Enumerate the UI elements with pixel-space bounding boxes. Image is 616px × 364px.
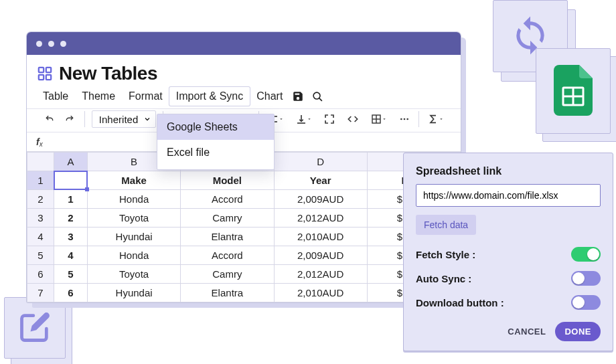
cell[interactable]: Hyundai [88, 227, 181, 246]
done-button[interactable]: DONE [555, 322, 601, 341]
spreadsheet[interactable]: A B C D E 1MakeModelYearPrice21HondaAcco… [27, 151, 461, 302]
toggle-fetch-style[interactable] [571, 247, 601, 262]
svg-point-18 [406, 118, 408, 120]
cell[interactable]: 5 [54, 265, 88, 284]
table-row: 54HondaAccord2,009AUD$12000 [27, 246, 461, 265]
row-header[interactable]: 4 [27, 227, 54, 246]
option-label: Download button : [416, 297, 504, 308]
window-control-dot[interactable] [60, 41, 66, 47]
dropdown-item-excel-file[interactable]: Excel file [157, 140, 274, 165]
table-row: 32ToyotaCamry2,012AUD$14900 [27, 209, 461, 227]
option-row: Download button : [416, 295, 601, 310]
fullscreen-icon[interactable] [322, 112, 337, 126]
cell[interactable]: Toyota [88, 265, 181, 284]
app-logo-icon [37, 66, 52, 81]
borders-icon[interactable] [369, 112, 389, 126]
svg-rect-3 [39, 68, 44, 72]
cell[interactable]: Toyota [88, 209, 181, 227]
cell[interactable]: Make [88, 171, 181, 190]
edit-icon [17, 310, 52, 347]
search-icon[interactable] [312, 91, 323, 102]
svg-point-7 [313, 92, 320, 99]
table-row: 65ToyotaCamry2,012AUD$14900 [27, 265, 461, 284]
page-title: New Tables [59, 63, 157, 84]
more-icon[interactable] [397, 112, 412, 126]
import-sync-dropdown: Google Sheets Excel file [157, 114, 275, 170]
chevron-down-icon [143, 114, 151, 125]
toggle-auto-sync[interactable] [571, 271, 601, 286]
redo-icon[interactable] [62, 112, 78, 126]
sheets-card [536, 48, 611, 134]
row-header[interactable]: 3 [27, 209, 54, 227]
cell[interactable]: Hyundai [88, 284, 181, 302]
cell[interactable]: Year [274, 171, 367, 190]
toggle-download-button[interactable] [571, 295, 601, 310]
cell[interactable]: Elantra [181, 227, 274, 246]
edit-card [4, 297, 66, 359]
cell[interactable]: 2,009AUD [274, 246, 367, 265]
cell[interactable]: 2,010AUD [274, 284, 367, 302]
cell[interactable]: Camry [181, 209, 274, 227]
cell[interactable]: 2,012AUD [274, 265, 367, 284]
fetch-data-button[interactable]: Fetch data [416, 215, 476, 235]
code-icon[interactable] [345, 112, 361, 126]
cell[interactable]: Model [181, 171, 274, 190]
row-header[interactable]: 6 [27, 265, 54, 284]
cell[interactable]: Camry [181, 265, 274, 284]
cell[interactable]: 2,009AUD [274, 190, 367, 209]
cell[interactable]: 3 [54, 227, 88, 246]
table-row: 1MakeModelYearPrice [27, 171, 461, 190]
sigma-icon[interactable] [426, 112, 446, 126]
svg-rect-4 [46, 68, 51, 72]
undo-icon[interactable] [42, 112, 58, 126]
cell[interactable]: Accord [181, 190, 274, 209]
svg-line-8 [319, 98, 322, 100]
spreadsheet-url-input[interactable] [416, 184, 601, 207]
dropdown-item-google-sheets[interactable]: Google Sheets [157, 114, 274, 140]
svg-rect-6 [46, 75, 51, 80]
col-header[interactable]: D [274, 153, 367, 171]
option-label: Auto Sync : [416, 273, 471, 284]
cell[interactable] [54, 171, 88, 190]
option-label: Fetch Style : [416, 249, 475, 260]
save-icon[interactable] [292, 90, 304, 102]
valign-icon[interactable] [294, 112, 314, 126]
menu-table[interactable]: Table [36, 87, 75, 106]
font-family-select[interactable]: Inherited [92, 110, 156, 128]
menu-format[interactable]: Format [122, 87, 169, 106]
menu-import-sync[interactable]: Import & Sync [169, 87, 250, 106]
menu-chart[interactable]: Chart [250, 87, 289, 106]
cancel-button[interactable]: CANCEL [508, 327, 546, 337]
google-sheets-icon [554, 65, 593, 118]
cell[interactable]: 2,010AUD [274, 227, 367, 246]
cell[interactable]: 2 [54, 209, 88, 227]
row-header[interactable]: 5 [27, 246, 54, 265]
cell[interactable]: 2,012AUD [274, 209, 367, 227]
cell[interactable]: 4 [54, 246, 88, 265]
window-titlebar[interactable] [27, 32, 461, 55]
spreadsheet-link-modal: Spreadsheet link Fetch data Fetch Style … [403, 153, 613, 351]
cell[interactable]: Elantra [181, 284, 274, 302]
window-control-dot[interactable] [48, 41, 54, 47]
row-header[interactable]: 2 [27, 190, 54, 209]
svg-point-16 [400, 118, 402, 120]
row-header[interactable]: 1 [27, 171, 54, 190]
table-row: 43HyundaiElantra2,010AUD$22000 [27, 227, 461, 246]
cell[interactable]: Honda [88, 246, 181, 265]
cell[interactable]: Honda [88, 190, 181, 209]
corner-cell[interactable] [27, 153, 54, 171]
menu-theme[interactable]: Theme [75, 87, 122, 106]
cell[interactable]: 6 [54, 284, 88, 302]
table-row: 21HondaAccord2,009AUD$12000 [27, 190, 461, 209]
col-header[interactable]: A [54, 153, 88, 171]
menu-bar: Table Theme Format Import & Sync Chart [27, 87, 461, 108]
svg-point-17 [404, 118, 406, 120]
cell[interactable]: 1 [54, 190, 88, 209]
modal-title: Spreadsheet link [416, 165, 601, 177]
cell[interactable]: Accord [181, 246, 274, 265]
option-row: Fetch Style : [416, 247, 601, 262]
option-row: Auto Sync : [416, 271, 601, 286]
row-header[interactable]: 7 [27, 284, 54, 302]
font-family-value: Inherited [99, 114, 138, 125]
window-control-dot[interactable] [36, 41, 42, 47]
